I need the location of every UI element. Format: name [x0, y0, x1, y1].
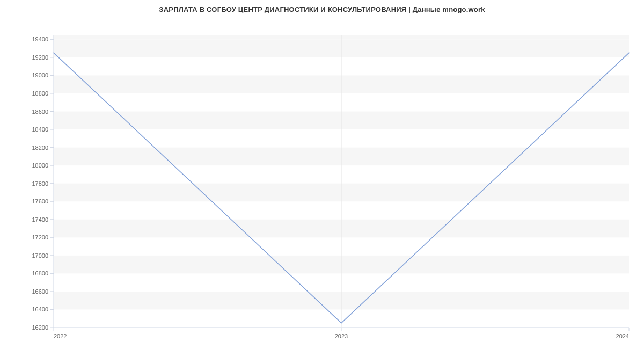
y-tick-label: 19400: [32, 36, 48, 42]
y-tick-label: 16800: [32, 270, 48, 277]
y-tick-label: 16200: [32, 324, 48, 331]
y-tick-label: 18400: [32, 126, 48, 133]
x-tick-label: 2022: [54, 333, 67, 339]
line-chart: 1620016400166001680017000172001740017600…: [0, 13, 644, 349]
y-tick-label: 16600: [32, 288, 48, 295]
y-tick-label: 17000: [32, 252, 48, 259]
y-tick-label: 19200: [32, 54, 48, 61]
y-tick-label: 18800: [32, 90, 48, 97]
y-tick-label: 18600: [32, 108, 48, 115]
y-tick-label: 17600: [32, 198, 48, 205]
y-tick-label: 18200: [32, 144, 48, 151]
y-tick-label: 16400: [32, 306, 48, 312]
y-tick-label: 18000: [32, 162, 48, 169]
y-tick-label: 17800: [32, 180, 48, 187]
y-tick-label: 19000: [32, 72, 48, 78]
chart-container: ЗАРПЛАТА В СОГБОУ ЦЕНТР ДИАГНОСТИКИ И КО…: [0, 0, 644, 349]
x-tick-label: 2024: [616, 333, 629, 339]
y-tick-label: 17400: [32, 216, 48, 223]
x-tick-label: 2023: [335, 333, 348, 339]
chart-title: ЗАРПЛАТА В СОГБОУ ЦЕНТР ДИАГНОСТИКИ И КО…: [0, 0, 644, 13]
y-tick-label: 17200: [32, 234, 48, 241]
